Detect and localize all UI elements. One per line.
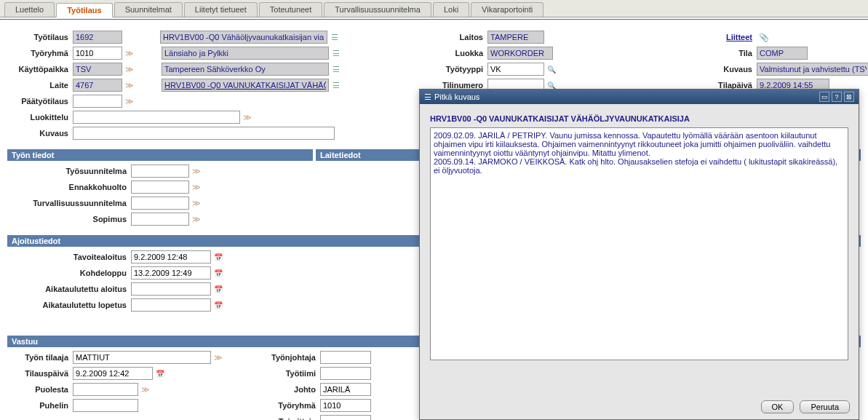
luokka-input[interactable]	[487, 47, 553, 60]
puolesta-input[interactable]	[73, 383, 138, 396]
arrow-icon[interactable]	[191, 165, 202, 177]
tyotilaus-input[interactable]	[73, 31, 122, 44]
label-tyoryhma: Työryhmä	[7, 49, 73, 58]
ennakkohuolto-input[interactable]	[131, 181, 189, 194]
label-laitos: Laitos	[422, 33, 487, 41]
sopimus-input[interactable]	[131, 213, 189, 226]
tab-suunnitelmat[interactable]: Suunnitelmat	[114, 2, 183, 17]
calendar-icon[interactable]	[212, 283, 224, 295]
dialog-title: Pitkä kuvaus	[434, 92, 817, 101]
paatyotilaus-input[interactable]	[73, 95, 122, 108]
label-aik-aloitus: Aikataulutettu aloitus	[7, 285, 131, 293]
detail-icon[interactable]	[330, 79, 342, 91]
label-tyonjohtaja: Työnjohtaja	[255, 353, 320, 362]
long-description-textarea[interactable]	[430, 127, 848, 360]
calendar-icon[interactable]	[154, 368, 166, 379]
label-laite: Laite	[7, 81, 73, 90]
tyotiimi-input[interactable]	[320, 367, 371, 380]
arrow-icon[interactable]	[124, 63, 135, 75]
puhelin-input[interactable]	[73, 399, 138, 412]
detail-icon[interactable]	[329, 31, 341, 43]
kayttopaikka-desc-input[interactable]	[162, 63, 329, 76]
laitos-input[interactable]	[487, 31, 544, 44]
detail-icon[interactable]	[330, 47, 342, 59]
toimittaja-input[interactable]	[320, 415, 371, 420]
label-tyon-tilaaja: Työn tilaaja	[7, 353, 73, 362]
label-tyotilaus: Työtilaus	[7, 33, 73, 41]
arrow-icon[interactable]	[212, 352, 224, 363]
ok-button[interactable]: OK	[761, 400, 795, 413]
dialog-help-icon[interactable]: ?	[832, 92, 842, 102]
tila-kuvaus-input[interactable]	[757, 63, 868, 76]
kayttopaikka-input[interactable]	[73, 63, 122, 76]
label-turvallisuus: Turvallisuussuunnitelma	[7, 199, 131, 207]
label-puolesta: Puolesta	[7, 385, 73, 394]
tyonjohtaja-input[interactable]	[320, 351, 371, 364]
johto-input[interactable]	[320, 383, 371, 396]
label-kuvaus2: Kuvaus	[706, 65, 757, 74]
label-toimittaja: Toimittaja	[255, 417, 320, 420]
dialog-titlebar[interactable]: ☰ Pitkä kuvaus ▭ ? ⊠	[420, 90, 859, 104]
label-kohdeloppu: Kohdeloppu	[7, 269, 131, 277]
calendar-icon[interactable]	[212, 299, 224, 311]
long-description-dialog: ☰ Pitkä kuvaus ▭ ? ⊠ HRV1BV00 -Q0 VAUNUK…	[419, 89, 859, 420]
label-kayttopaikka: Käyttöpaikka	[7, 65, 73, 74]
tab-luettelo[interactable]: Luettelo	[4, 2, 55, 17]
cancel-button[interactable]: Peruuta	[800, 400, 850, 413]
arrow-icon[interactable]	[191, 181, 202, 193]
tab-bar: Luettelo Työtilaus Suunnitelmat Liitetyt…	[0, 0, 868, 17]
laite-desc-input[interactable]	[162, 79, 329, 92]
label-puhelin: Puhelin	[7, 401, 73, 410]
arrow-icon[interactable]	[191, 213, 202, 225]
tab-liitetyt[interactable]: Liitetyt tietueet	[184, 2, 258, 17]
arrow-icon[interactable]	[124, 47, 135, 59]
tavoitealoitus-input[interactable]	[131, 250, 211, 264]
attachment-icon[interactable]	[758, 31, 770, 43]
label-tilauspaiva: Tilauspäivä	[7, 369, 73, 378]
tyoryhma-input[interactable]	[73, 47, 122, 60]
label-tyoryhma2: Työryhmä	[255, 401, 320, 410]
label-tyotiimi: Työtiimi	[255, 369, 320, 378]
tyoryhma-desc-input[interactable]	[162, 47, 329, 60]
label-tila: Tila	[706, 49, 757, 58]
tyoryhma2-input[interactable]	[320, 399, 371, 412]
label-luokka: Luokka	[422, 49, 487, 58]
arrow-icon[interactable]	[191, 197, 202, 209]
aik-aloitus-input[interactable]	[131, 282, 211, 296]
dialog-toggle-icon[interactable]: ▭	[819, 92, 829, 102]
tyosuunnitelma-input[interactable]	[131, 165, 189, 178]
tab-toteutuneet[interactable]: Toteutuneet	[259, 2, 323, 17]
detail-icon[interactable]	[330, 63, 342, 75]
tyon-tilaaja-input[interactable]	[73, 351, 211, 364]
label-tavoitealoitus: Tavoitealoitus	[7, 253, 131, 261]
tila-input[interactable]	[757, 47, 808, 60]
tyotilaus-desc-input[interactable]	[160, 31, 327, 44]
arrow-icon[interactable]	[140, 384, 151, 395]
aik-lopetus-input[interactable]	[131, 298, 211, 312]
dialog-close-icon[interactable]: ⊠	[844, 92, 854, 102]
tab-vikaraportointi[interactable]: Vikaraportointi	[471, 2, 544, 17]
lookup-icon[interactable]	[546, 63, 557, 75]
section-tyontiedot: Työn tiedot	[7, 149, 313, 161]
kohdeloppu-input[interactable]	[131, 266, 211, 280]
tab-turvallisuus[interactable]: Turvallisuussuunnitelma	[324, 2, 431, 17]
laite-input[interactable]	[73, 79, 122, 92]
arrow-icon[interactable]	[124, 79, 135, 91]
liitteet-link[interactable]: Liitteet	[706, 33, 757, 41]
arrow-icon[interactable]	[242, 111, 253, 123]
tilauspaiva-input[interactable]	[73, 367, 153, 380]
label-luokittelu: Luokittelu	[7, 113, 73, 122]
tab-tyotilaus[interactable]: Työtilaus	[56, 3, 112, 17]
tab-loki[interactable]: Loki	[433, 2, 469, 17]
tyotyyppi-input[interactable]	[487, 63, 544, 76]
turvallisuus-input[interactable]	[131, 197, 189, 210]
label-tyosuunnitelma: Työsuunnitelma	[7, 167, 131, 175]
calendar-icon[interactable]	[212, 251, 224, 263]
label-aik-lopetus: Aikataulutettu lopetus	[7, 301, 131, 309]
label-sopimus: Sopimus	[7, 215, 131, 223]
kuvaus-input[interactable]	[73, 127, 335, 140]
arrow-icon[interactable]	[124, 95, 135, 107]
label-paatyotilaus: Päätyötilaus	[7, 97, 73, 106]
calendar-icon[interactable]	[212, 267, 224, 279]
luokittelu-input[interactable]	[73, 111, 240, 124]
